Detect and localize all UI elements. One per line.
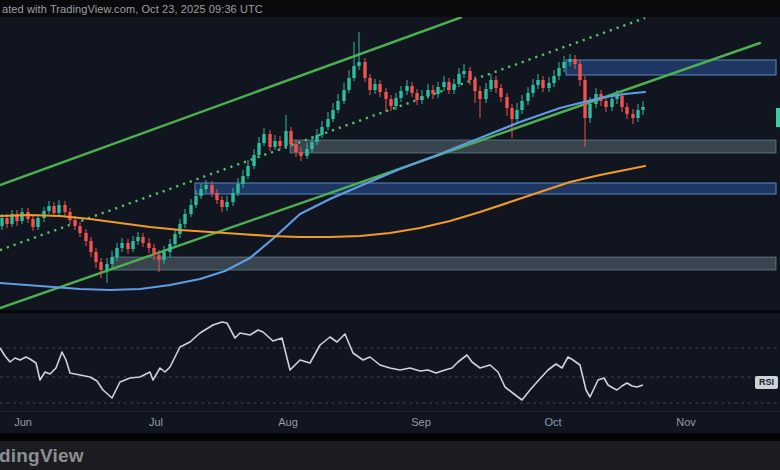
candle-bull [115,248,118,257]
candle-bear [31,219,34,227]
candle-bull [420,96,423,100]
candle-bear [78,226,81,233]
attribution-text: ated with TradingView.com, Oct 23, 2025 … [2,3,263,15]
candle-bull [352,66,355,78]
candle-bull [610,99,613,107]
tradingview-screenshot: ated with TradingView.com, Oct 23, 2025 … [0,0,780,470]
pane-separator[interactable] [0,310,780,313]
candle-bear [141,237,144,243]
candle-bear [268,134,271,147]
month-label-oct: Oct [544,416,561,428]
candle-bear [363,62,366,78]
candle-bull [57,205,60,213]
candle-bear [94,252,97,262]
candle-bull [20,212,23,221]
candle-bull [436,87,439,94]
candlestick-series [0,32,644,283]
candle-bull [199,189,202,196]
candle-bull [225,202,228,207]
candle-bear [573,59,576,64]
candle-bear [147,243,150,248]
candle-bull [136,237,139,241]
candle-bull [315,135,318,142]
candle-bull [347,78,350,90]
candle-bear [468,71,471,80]
rsi-badge[interactable]: RSI [755,376,778,389]
candle-bear [152,248,155,255]
candle-bull [426,90,429,96]
candle-bull [588,104,591,118]
candle-bear [631,114,634,118]
candle-bull [36,218,39,227]
attribution-bar: ated with TradingView.com, Oct 23, 2025 … [0,0,780,17]
month-label-nov: Nov [676,416,696,428]
candle-bull [536,80,539,85]
supply-zone-gray [290,140,776,153]
candle-bull [531,85,534,93]
candle-bear [447,82,450,90]
candle-bull [357,62,360,66]
candle-bear [52,206,55,213]
candle-bear [215,193,218,200]
candle-bull [462,71,465,74]
candle-bear [620,96,623,107]
chart-canvas[interactable] [0,17,780,433]
candle-bull [168,244,171,252]
candle-bear [278,141,281,146]
candle-bull [452,84,455,90]
candle-bear [220,200,223,207]
candle-bear [578,64,581,80]
candle-bear [126,243,129,249]
candle-bull [246,166,249,176]
footer-bar: dingView [0,441,780,470]
month-label-sep: Sep [411,416,431,428]
candle-bear [368,78,371,90]
candle-bull [183,214,186,224]
candle-bear [478,91,481,99]
candle-bull [320,127,323,135]
candle-bear [63,205,66,212]
candle-bull [236,184,239,193]
candle-bull [547,83,550,88]
candle-bull [515,110,518,119]
candle-bull [636,110,639,118]
candle-bull [162,252,165,260]
candle-bull [568,59,571,62]
candle-bull [326,119,329,127]
candle-bear [410,86,413,93]
rsi-pane [0,322,780,403]
candle-bull [399,91,402,98]
candle-bull [305,149,308,156]
candle-bull [562,62,565,68]
candle-bull [273,141,276,147]
candle-bull [105,264,108,270]
candle-bear [210,185,213,193]
last-price-tick [776,108,780,127]
month-label-aug: Aug [278,416,298,428]
candle-bull [0,218,3,226]
candle-bear [389,99,392,106]
candle-bull [284,131,287,146]
candle-bear [541,80,544,88]
candle-bull [173,234,176,244]
supply-zone-gray [113,257,776,270]
candle-bull [489,80,492,89]
candle-bear [625,107,628,114]
month-label-jul: Jul [149,416,163,428]
candle-bull [310,142,313,149]
resistance-zone-blue [566,60,776,75]
time-axis[interactable]: JunJulAugSepOctNov [0,411,780,434]
candle-bull [342,90,345,101]
candle-bear [157,255,160,260]
candle-bull [442,82,445,87]
candle-bull [552,76,555,83]
candle-bull [110,257,113,264]
candle-bull [526,93,529,101]
candle-bear [604,101,607,107]
candle-bear [73,220,76,226]
candle-bull [241,176,244,184]
candle-bull [120,243,123,248]
tradingview-logo[interactable]: dingView [0,445,84,467]
candle-bull [394,98,397,106]
footer-divider [0,433,780,441]
